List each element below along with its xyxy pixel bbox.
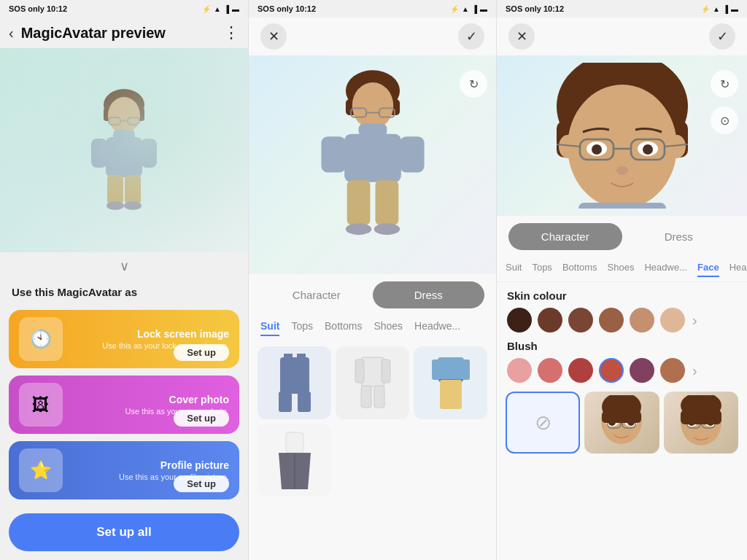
- category-suit[interactable]: Suit: [260, 320, 279, 336]
- svg-point-48: [568, 85, 677, 209]
- svg-rect-81: [681, 410, 721, 424]
- blush-label: Blush: [507, 340, 737, 352]
- blush-color-4[interactable]: [599, 358, 624, 383]
- svg-rect-34: [355, 359, 364, 383]
- p3-cat-bottoms[interactable]: Bottoms: [562, 262, 597, 277]
- nfc-icon-3: ⚡: [701, 5, 710, 13]
- p3-character-tab[interactable]: Character: [508, 223, 622, 250]
- svg-rect-43: [286, 432, 303, 453]
- outfit-item-2[interactable]: [336, 346, 409, 419]
- p3-cat-head[interactable]: Head: [729, 262, 747, 277]
- profile-picture-title: Profile picture: [70, 459, 229, 471]
- skin-color-1[interactable]: [507, 308, 532, 332]
- svg-rect-8: [91, 139, 107, 168]
- skin-color-5[interactable]: [630, 308, 654, 332]
- svg-rect-32: [298, 392, 311, 412]
- blush-color-more[interactable]: ›: [692, 362, 697, 379]
- profile-picture-setup-button[interactable]: Set up: [174, 475, 229, 492]
- svg-rect-11: [125, 175, 141, 204]
- status-bar-3: SOS only 10:12 ⚡ ▲ ▐ ▬: [497, 0, 747, 18]
- profile-picture-icon-area: ⭐: [19, 448, 63, 492]
- face-option-1[interactable]: [584, 392, 659, 454]
- p3-confirm-button[interactable]: ✓: [709, 23, 735, 50]
- svg-rect-37: [374, 386, 384, 408]
- svg-rect-1: [104, 108, 144, 121]
- nfc-icon: ⚡: [202, 5, 211, 13]
- outfit-item-1[interactable]: [258, 346, 331, 419]
- outfit-item-4[interactable]: [258, 424, 331, 497]
- category-shoes[interactable]: Shoes: [374, 320, 403, 336]
- skin-color-4[interactable]: [599, 308, 624, 332]
- setup-all-button[interactable]: Set up all: [9, 513, 239, 551]
- svg-point-26: [345, 223, 371, 235]
- face-option-2[interactable]: [664, 392, 738, 454]
- p3-avatar-face-svg: [542, 63, 703, 209]
- p3-rotate-button[interactable]: ↻: [711, 70, 738, 98]
- lock-screen-preview: 🕙: [30, 329, 52, 349]
- svg-rect-21: [344, 134, 401, 182]
- face-none-option[interactable]: ⊘: [506, 392, 580, 454]
- lock-screen-setup-button[interactable]: Set up: [174, 344, 229, 361]
- p2-rotate-button[interactable]: ↻: [460, 70, 487, 98]
- p3-scan-button[interactable]: ⊙: [711, 106, 738, 134]
- status-time-3: SOS only 10:12: [506, 4, 564, 13]
- use-as-label: Use this MagicAvatar as: [0, 280, 248, 304]
- category-scroll2: Suit Tops Bottoms Shoes Headwe... Face H…: [497, 257, 747, 282]
- category-bottoms[interactable]: Bottoms: [325, 320, 362, 336]
- skin-color-6[interactable]: [660, 308, 685, 332]
- blush-color-6[interactable]: [660, 358, 685, 383]
- blush-color-2[interactable]: [538, 358, 562, 383]
- nfc-icon-2: ⚡: [450, 5, 459, 13]
- category-scroll: Suit Tops Bottoms Shoes Headwe...: [249, 316, 496, 341]
- category-tops[interactable]: Tops: [291, 320, 313, 336]
- skin-color-more[interactable]: ›: [692, 312, 697, 329]
- p3-cat-headwear[interactable]: Headwe...: [644, 262, 687, 277]
- avatar-preview-area: [0, 48, 248, 252]
- svg-rect-9: [141, 139, 157, 168]
- svg-rect-3: [109, 117, 120, 125]
- blush-color-1[interactable]: [507, 358, 532, 383]
- lock-screen-card: 🕙 Lock screen image Use this as your loc…: [9, 310, 239, 368]
- signal-icon-3: ▐: [723, 5, 728, 13]
- svg-rect-6: [113, 130, 135, 140]
- menu-button[interactable]: ⋮: [223, 23, 239, 42]
- dress-tab[interactable]: Dress: [373, 281, 485, 308]
- p3-dress-tab[interactable]: Dress: [622, 223, 736, 250]
- svg-rect-25: [375, 180, 398, 225]
- cover-photo-setup-button[interactable]: Set up: [174, 410, 229, 427]
- p2-confirm-button[interactable]: ✓: [458, 23, 484, 50]
- card-list: 🕙 Lock screen image Use this as your loc…: [0, 304, 248, 508]
- skin-color-2[interactable]: [538, 308, 562, 332]
- status-time-2: SOS only 10:12: [258, 4, 316, 13]
- p3-cat-face[interactable]: Face: [697, 262, 719, 277]
- p2-avatar-svg: [300, 55, 446, 274]
- svg-rect-23: [400, 136, 425, 172]
- category-headwear[interactable]: Headwe...: [414, 320, 460, 336]
- svg-rect-36: [361, 386, 371, 408]
- character-tab[interactable]: Character: [260, 281, 373, 308]
- skin-color-3[interactable]: [568, 308, 593, 332]
- cover-photo-title: Cover photo: [70, 394, 229, 405]
- svg-point-13: [124, 201, 142, 210]
- chevron-down[interactable]: ∨: [0, 252, 248, 280]
- outfit-item-3[interactable]: [414, 346, 487, 419]
- cover-photo-icon-area: 🖼: [19, 383, 63, 427]
- p3-cat-suit[interactable]: Suit: [506, 262, 522, 277]
- blush-color-3[interactable]: [568, 358, 593, 383]
- svg-rect-41: [462, 359, 470, 380]
- svg-rect-10: [107, 175, 123, 204]
- p3-cat-tops[interactable]: Tops: [532, 262, 551, 277]
- blush-color-5[interactable]: [630, 358, 654, 383]
- p3-close-button[interactable]: ✕: [508, 23, 535, 50]
- profile-picture-preview: ⭐: [30, 460, 52, 481]
- skin-colour-section: Skin colour ›: [497, 282, 747, 335]
- panel-dress-editor: SOS only 10:12 ⚡ ▲ ▐ ▬ ✕ ✓: [248, 0, 496, 560]
- back-button[interactable]: ‹: [9, 25, 14, 42]
- lock-screen-icon-area: 🕙: [19, 317, 63, 361]
- p3-cat-shoes[interactable]: Shoes: [608, 262, 635, 277]
- p3-side-icons: ↻ ⊙: [711, 70, 738, 134]
- cover-photo-card: 🖼 Cover photo Use this as your cover pho…: [9, 376, 239, 434]
- svg-rect-40: [432, 359, 439, 380]
- p2-close-button[interactable]: ✕: [260, 23, 287, 50]
- svg-rect-22: [321, 136, 346, 172]
